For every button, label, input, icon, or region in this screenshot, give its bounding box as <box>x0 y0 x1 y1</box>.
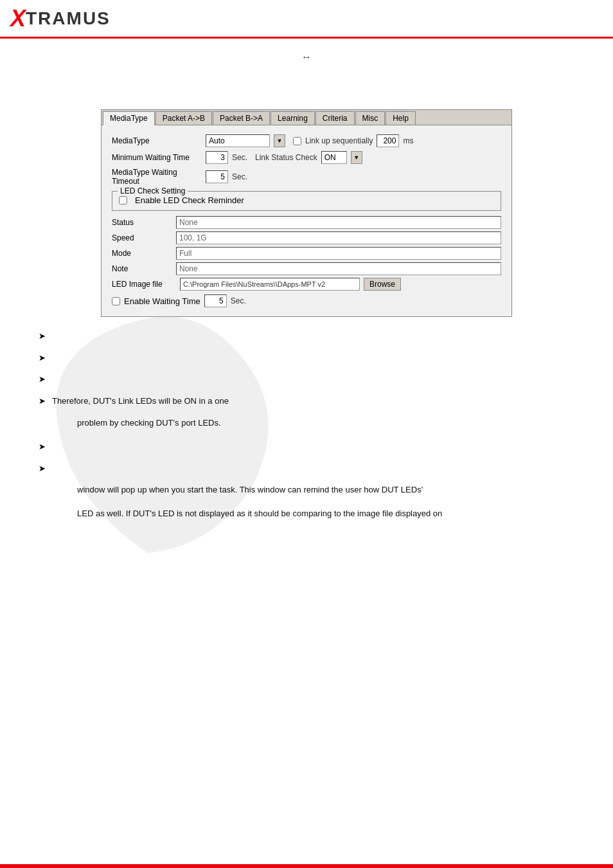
bullet-item-3: ➤ <box>39 373 574 386</box>
enable-waiting-unit: Sec. <box>231 296 246 305</box>
link-seq-input[interactable] <box>377 134 399 147</box>
led-image-row: LED Image file Browse <box>112 278 501 291</box>
tab-criteria[interactable]: Criteria <box>315 111 355 125</box>
footer-bar <box>0 864 613 868</box>
bullet-arrow-6: ➤ <box>39 462 46 475</box>
min-waiting-row: Minimum Waiting Time Sec. Link Status Ch… <box>112 151 501 164</box>
note-value: None <box>176 262 501 275</box>
dialog-box: MediaType Packet A->B Packet B->A Learni… <box>101 109 512 317</box>
mediatype-timeout-row: MediaType Waiting Timeout Sec. <box>112 168 501 186</box>
min-waiting-unit: Sec. <box>232 153 247 162</box>
enable-waiting-checkbox[interactable] <box>112 297 120 305</box>
led-check-group: LED Check Setting Enable LED Check Remin… <box>112 191 501 211</box>
enable-waiting-row: Enable Waiting Time Sec. <box>112 294 501 307</box>
led-image-path[interactable] <box>180 278 360 291</box>
bullet-arrow-1: ➤ <box>39 330 46 343</box>
bullet-arrow-4: ➤ <box>39 395 46 408</box>
led-image-label: LED Image file <box>112 280 176 289</box>
logo-text: TRAMUS <box>26 8 111 29</box>
bullet-arrow-3: ➤ <box>39 373 46 386</box>
speed-row: Speed 100, 1G <box>112 231 501 244</box>
link-status-input[interactable] <box>321 151 347 164</box>
bullet-item-5: ➤ <box>39 440 574 453</box>
min-waiting-input[interactable] <box>206 151 228 164</box>
dialog-body: MediaType ▼ Link up sequentially ms Mini… <box>102 125 511 316</box>
link-seq-label: Link up sequentially <box>305 136 373 145</box>
note-row: Note None <box>112 262 501 275</box>
content-area: ➤ ➤ ➤ ➤ Therefore, DUT's Link LEDs will … <box>0 317 613 544</box>
note-label: Note <box>112 264 176 273</box>
tab-bar: MediaType Packet A->B Packet B->A Learni… <box>102 110 511 125</box>
status-value: None <box>176 216 501 229</box>
text-block-3: LED as well. If DUT's LED is not display… <box>39 507 574 521</box>
bullet-item-4: ➤ Therefore, DUT's Link LEDs will be ON … <box>39 395 574 408</box>
tab-packet-ba[interactable]: Packet B->A <box>213 111 270 125</box>
bullet-text-4: Therefore, DUT's Link LEDs will be ON in… <box>52 395 229 408</box>
browse-button[interactable]: Browse <box>364 278 401 291</box>
status-row: Status None <box>112 216 501 229</box>
bullet-item-1: ➤ <box>39 330 574 343</box>
led-check-legend: LED Check Setting <box>118 186 188 195</box>
enable-led-checkbox[interactable] <box>119 196 127 204</box>
text-block-2: window will pop up when you start the ta… <box>39 484 574 497</box>
enable-waiting-label: Enable Waiting Time <box>124 296 200 306</box>
link-seq-checkbox[interactable] <box>293 137 301 145</box>
enable-led-label: Enable LED Check Reminder <box>135 195 244 205</box>
top-arrow-symbol: ↔ <box>301 51 312 63</box>
tab-learning[interactable]: Learning <box>271 111 315 125</box>
bullet-item-6: ➤ <box>39 462 574 475</box>
mediatype-dropdown[interactable]: ▼ <box>274 134 285 147</box>
logo-x: X <box>10 5 26 32</box>
tab-misc[interactable]: Misc <box>355 111 386 125</box>
mediatype-timeout-unit: Sec. <box>232 172 247 181</box>
header: X TRAMUS <box>0 0 613 39</box>
speed-value: 100, 1G <box>176 231 501 244</box>
mode-label: Mode <box>112 249 176 258</box>
tab-mediatype[interactable]: MediaType <box>103 111 155 125</box>
mediatype-row: MediaType ▼ Link up sequentially ms <box>112 134 501 147</box>
mode-value: Full <box>176 247 501 260</box>
tab-help[interactable]: Help <box>386 111 416 125</box>
bullet-arrow-5: ➤ <box>39 440 46 453</box>
bullet-arrow-2: ➤ <box>39 352 46 365</box>
link-status-dropdown[interactable]: ▼ <box>351 151 362 164</box>
enable-waiting-input[interactable] <box>204 294 227 307</box>
speed-label: Speed <box>112 233 176 242</box>
mediatype-timeout-label: MediaType Waiting Timeout <box>112 168 202 186</box>
text-block-1: problem by checking DUT's port LEDs. <box>39 417 574 430</box>
link-seq-unit: ms <box>403 136 413 145</box>
mediatype-input[interactable] <box>206 134 270 147</box>
bullet-item-2: ➤ <box>39 352 574 365</box>
link-status-label: Link Status Check <box>255 153 317 162</box>
mediatype-label: MediaType <box>112 136 202 145</box>
status-label: Status <box>112 218 176 227</box>
min-waiting-label: Minimum Waiting Time <box>112 153 202 162</box>
mode-row: Mode Full <box>112 247 501 260</box>
tab-packet-ab[interactable]: Packet A->B <box>155 111 212 125</box>
mediatype-timeout-input[interactable] <box>206 170 228 183</box>
enable-led-row: Enable LED Check Reminder <box>119 195 494 205</box>
